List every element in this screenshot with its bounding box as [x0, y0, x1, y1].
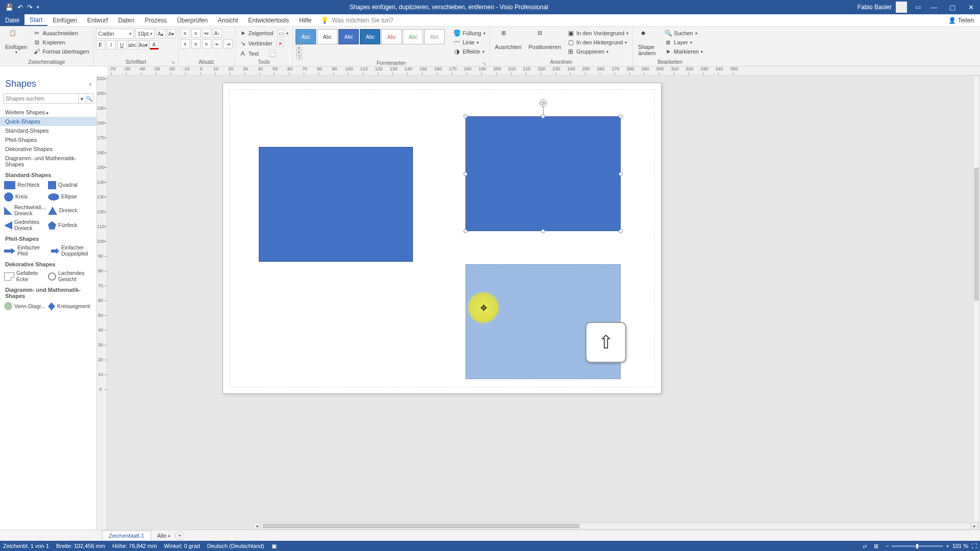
- cat-dekorative-shapes[interactable]: Dekorative Shapes: [0, 144, 96, 154]
- decrease-font-icon[interactable]: A▾: [167, 29, 176, 38]
- shape-venn[interactable]: Venn-Diagr...: [3, 300, 47, 312]
- effects-button[interactable]: ◑Effekte▾: [451, 47, 487, 56]
- group-button[interactable]: ⊞Gruppieren▾: [565, 47, 630, 56]
- text-tool-button[interactable]: AText⬚: [237, 49, 278, 58]
- user-avatar[interactable]: [896, 2, 907, 13]
- zoom-in-icon[interactable]: +: [946, 543, 949, 549]
- shape-ellipse[interactable]: Ellipse: [47, 191, 91, 203]
- shape-gedrehtes-dreieck[interactable]: Gedrehtes Dreieck: [3, 218, 47, 233]
- maximize-icon[interactable]: ▢: [943, 4, 962, 11]
- tab-view[interactable]: Ansicht: [213, 14, 243, 26]
- selection-handle[interactable]: [619, 114, 623, 118]
- shape-dreieck[interactable]: Dreieck: [47, 203, 91, 218]
- connection-point-icon[interactable]: ✕: [277, 40, 284, 47]
- shape-kreissegment[interactable]: Kreissegment: [47, 300, 91, 312]
- selection-handle[interactable]: [463, 229, 468, 233]
- horizontal-scrollbar[interactable]: [260, 522, 971, 530]
- position-button[interactable]: ⊟Positionieren: [526, 29, 565, 51]
- macro-record-icon[interactable]: ▣: [272, 543, 277, 549]
- fit-window-icon[interactable]: ⛶: [971, 543, 977, 549]
- font-size-select[interactable]: 10pt.: [135, 29, 155, 39]
- find-button[interactable]: 🔍Suchen▾: [663, 29, 705, 38]
- rectangle-tool-icon[interactable]: ▭: [277, 30, 284, 37]
- font-name-select[interactable]: Calibri: [96, 29, 134, 39]
- case-button[interactable]: Aa▾: [139, 40, 148, 49]
- hscroll-right-icon[interactable]: ▸: [971, 522, 978, 530]
- align-middle-icon[interactable]: ≡: [191, 29, 201, 38]
- drawing-page[interactable]: ⟳ ✥ ⇧: [223, 83, 662, 394]
- cut-button[interactable]: ✂Ausschneiden: [31, 29, 91, 38]
- gallery-more-icon[interactable]: ≡: [296, 55, 302, 60]
- ribbon-display-icon[interactable]: ▭: [915, 4, 921, 11]
- zoom-level[interactable]: 101 %: [952, 543, 968, 549]
- format-painter-button[interactable]: 🖌Format übertragen: [31, 47, 91, 56]
- select-button[interactable]: ➤Markieren▾: [663, 47, 705, 56]
- tab-file[interactable]: Datei: [0, 14, 24, 26]
- bullets-icon[interactable]: •≡: [202, 29, 211, 38]
- shape-fuenfeck[interactable]: Fünfeck: [47, 218, 91, 233]
- change-shape-button[interactable]: ◆Shape ändern: [635, 29, 662, 57]
- selection-handle[interactable]: [619, 172, 623, 176]
- shape-einfacher-doppelpfeil[interactable]: Einfacher Doppelpfeil: [47, 243, 91, 258]
- style-variant[interactable]: Abc: [317, 29, 337, 44]
- selection-handle[interactable]: [463, 172, 468, 176]
- selection-handle[interactable]: [619, 229, 623, 233]
- tab-process[interactable]: Prozess: [139, 14, 172, 26]
- text-block-icon[interactable]: ⬚: [269, 50, 276, 57]
- shape-gefaltete-ecke[interactable]: Gefaltete Ecke: [3, 269, 47, 284]
- cat-standard-shapes[interactable]: Standard-Shapes: [0, 126, 96, 135]
- italic-button[interactable]: I: [107, 40, 116, 49]
- connector-tool-button[interactable]: ↘Verbinder✕: [237, 39, 286, 48]
- align-center-icon[interactable]: ≡: [191, 39, 201, 48]
- shapes-search-dropdown-icon[interactable]: ▾: [79, 93, 86, 104]
- gallery-down-icon[interactable]: ▾: [296, 50, 302, 55]
- align-button[interactable]: ⊞Ausrichten: [492, 29, 525, 51]
- align-left-icon[interactable]: ≡: [181, 39, 190, 48]
- style-variant[interactable]: Abc: [360, 29, 380, 44]
- share-button[interactable]: 👤 Teilen: [942, 17, 980, 24]
- line-button[interactable]: 〰Linie▾: [451, 38, 487, 47]
- hscroll-thumb[interactable]: [263, 524, 579, 528]
- canvas[interactable]: ⟳ ✥ ⇧ ◂ ▸: [107, 76, 980, 530]
- underline-button[interactable]: U: [117, 40, 127, 49]
- close-icon[interactable]: ✕: [962, 4, 980, 11]
- user-name[interactable]: Fabio Basler: [857, 4, 892, 11]
- font-launcher-icon[interactable]: ↘: [171, 60, 175, 65]
- redo-icon[interactable]: ↷: [27, 4, 33, 11]
- style-variant[interactable]: Abc: [381, 29, 402, 44]
- align-right-icon[interactable]: ≡: [202, 39, 211, 48]
- style-variant[interactable]: Abc: [403, 29, 423, 44]
- cat-pfeil-shapes[interactable]: Pfeil-Shapes: [0, 135, 96, 144]
- style-variant[interactable]: Abc: [296, 29, 316, 44]
- shape-lachendes-gesicht[interactable]: Lachendes Gesicht: [47, 269, 91, 284]
- more-shapes-link[interactable]: Weitere Shapes: [0, 108, 96, 117]
- collapse-panel-icon[interactable]: ‹: [89, 81, 91, 88]
- strike-button[interactable]: abc: [128, 40, 137, 49]
- vscroll-thumb[interactable]: [974, 168, 978, 300]
- paste-button[interactable]: 📋 Einfügen ▾: [2, 29, 30, 56]
- fit-page-icon[interactable]: ⊞: [874, 543, 878, 549]
- zoom-out-icon[interactable]: −: [886, 543, 889, 549]
- save-icon[interactable]: 💾: [5, 4, 13, 11]
- increase-indent-icon[interactable]: ⇥: [224, 39, 233, 48]
- font-color-button[interactable]: A: [150, 40, 159, 49]
- status-language[interactable]: Deutsch (Deutschland): [207, 543, 264, 549]
- tab-data[interactable]: Daten: [113, 14, 139, 26]
- undo-icon[interactable]: ↶: [17, 4, 23, 11]
- shapes-search-go-icon[interactable]: 🔍: [86, 93, 94, 104]
- shape-rechteck[interactable]: Rechteck: [3, 180, 47, 191]
- styles-launcher-icon[interactable]: ↘: [482, 61, 486, 66]
- style-gallery[interactable]: Abc Abc Abc Abc Abc Abc Abc ▴ ▾ ≡: [295, 29, 448, 60]
- tab-design[interactable]: Entwurf: [82, 14, 113, 26]
- gallery-up-icon[interactable]: ▴: [296, 45, 302, 50]
- layer-button[interactable]: ≣Layer▾: [663, 38, 705, 47]
- shape-einfacher-pfeil[interactable]: Einfacher Pfeil: [3, 243, 47, 258]
- shapes-search-input[interactable]: [3, 93, 79, 104]
- align-top-icon[interactable]: ≡: [181, 29, 190, 38]
- presentation-mode-icon[interactable]: ▱: [863, 543, 867, 549]
- zoom-slider[interactable]: [892, 545, 943, 547]
- tell-me-search[interactable]: 💡 Was möchten Sie tun?: [321, 16, 393, 24]
- style-variant[interactable]: Abc: [424, 29, 445, 44]
- cat-quick-shapes[interactable]: Quick-Shapes: [0, 117, 96, 126]
- hscroll-left-icon[interactable]: ◂: [253, 522, 260, 530]
